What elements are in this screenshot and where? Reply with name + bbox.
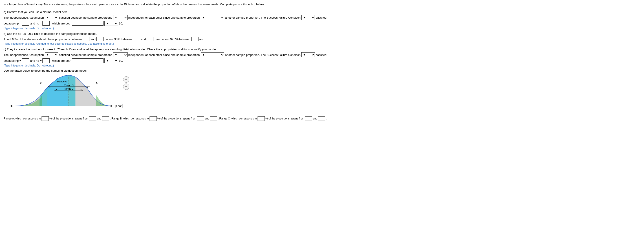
and-nq-label: and nq =	[30, 22, 42, 25]
range-a-low[interactable]	[89, 116, 96, 121]
part-a-line1: The Independence Assumption ▼ is is not …	[4, 15, 640, 20]
graph-area: Range A Range B Range C p-hat ⤢ + −	[6, 74, 132, 114]
independence-satisfied-dropdown[interactable]: ▼ is is not	[45, 15, 58, 20]
range-a-pct[interactable]	[42, 116, 49, 121]
geq-input[interactable]	[72, 21, 104, 26]
range-c-label: Range C	[64, 87, 74, 90]
nq-input[interactable]	[42, 21, 50, 26]
b-and2: and	[141, 38, 146, 41]
c-nq-input[interactable]	[42, 58, 50, 63]
c-because-np-label: because np =	[4, 59, 21, 62]
c-geq-input[interactable]	[72, 58, 104, 63]
b-997-low[interactable]	[191, 37, 198, 41]
part-c-before: The Independence Assumption	[4, 53, 44, 56]
range-b-and: and	[205, 117, 209, 120]
part-a-mid3: another sample proportion. The Success/F…	[225, 16, 301, 19]
c-and-nq-label: and nq =	[30, 59, 42, 62]
range-a-before: Range A, which corresponds to	[4, 117, 41, 120]
b-68-low[interactable]	[83, 37, 90, 41]
b-68-high[interactable]	[96, 37, 104, 41]
c-proportion-affect-dropdown[interactable]: ▼ does not affect affects	[201, 52, 224, 57]
c-which-are-both-label: , which are both	[50, 59, 71, 62]
bell-curve-svg: Range A Range B Range C p-hat ⤢	[6, 74, 122, 112]
part-a-hint: (Type integers or decimals. Do not round…	[4, 27, 640, 30]
bottom-ranges-line: Range A, which corresponds to % of the p…	[4, 116, 640, 121]
b-mid2: , and about 99.7% between	[155, 38, 190, 41]
part-b-label: b) Use the 68–95–99.7 Rule to describe t…	[4, 32, 640, 36]
c-ten-label: 10.	[119, 59, 123, 62]
part-c-label: c) They increase the number of tosses to…	[4, 48, 640, 51]
range-a-and: and	[97, 117, 102, 120]
zoom-controls: + −	[123, 76, 129, 90]
range-a-after: .	[110, 117, 111, 120]
zoom-out-button[interactable]: −	[123, 84, 129, 90]
part-a-end: satisfied	[316, 16, 326, 19]
range-c-and: and	[313, 117, 317, 120]
ten-label: 10.	[119, 22, 123, 25]
range-a-mid1: % of the proportions, spans from	[50, 117, 88, 120]
graph-label: Use the graph below to describe the samp…	[4, 69, 640, 72]
range-a-high[interactable]	[102, 116, 109, 121]
range-c-low[interactable]	[305, 116, 312, 121]
part-a-mid2: independent of each other since one samp…	[128, 16, 200, 19]
c-geq-dropdown[interactable]: ▼ ≥ ≤ > <	[104, 58, 118, 63]
part-b-before: About 68% of the students should have pr…	[4, 38, 82, 41]
range-b-label: Range B	[64, 84, 74, 86]
range-c-after: .	[326, 117, 326, 120]
part-c-mid1: satisfied because the sample proportions	[59, 53, 112, 56]
part-c-line2: because np = and nq = , which are both ▼…	[4, 58, 640, 63]
range-c-mid1: % of the proportions, spans from	[266, 117, 304, 120]
phat-axis-label: p-hat	[116, 104, 122, 108]
part-c-mid3: another sample proportion. The Success/F…	[225, 53, 301, 56]
condition-satisfied-dropdown[interactable]: ▼ is is not	[301, 15, 315, 20]
part-a-line2: because np = and nq = , which are both ▼…	[4, 21, 640, 26]
intro-text: In a large class of introductory Statist…	[4, 3, 640, 8]
b-997-high[interactable]	[205, 37, 212, 41]
part-a-label: a) Confirm that you can use a Normal mod…	[4, 10, 640, 14]
c-independence-satisfied-dropdown[interactable]: ▼ is is not	[45, 52, 58, 57]
b-95-high[interactable]	[147, 37, 154, 41]
range-a-label: Range A	[57, 80, 67, 83]
c-condition-satisfied-dropdown[interactable]: ▼ is is not	[301, 52, 315, 57]
b-mid1: , about 95% between	[104, 38, 132, 41]
proportion-affect-dropdown[interactable]: ▼ does not affect affects	[201, 15, 224, 20]
c-np-input[interactable]	[22, 58, 29, 63]
range-b-mid1: % of the proportions, spans from	[158, 117, 196, 120]
part-c-line1: The Independence Assumption ▼ is is not …	[4, 52, 640, 57]
b-and3: and	[200, 38, 204, 41]
part-a-mid1: satisfied because the sample proportions	[59, 16, 112, 19]
part-c-end: satisfied	[316, 53, 326, 56]
part-c-hint: (Type integers or decimals. Do not round…	[4, 64, 640, 67]
b-end: .	[213, 38, 214, 41]
range-c-before: Range C, which corresponds to	[219, 117, 257, 120]
part-b-line1: About 68% of the students should have pr…	[4, 37, 640, 41]
b-and1: and	[91, 38, 96, 41]
c-proportions-independent-dropdown[interactable]: ▼ are are not	[113, 52, 128, 57]
range-c-pct[interactable]	[258, 116, 265, 121]
which-are-both-label: , which are both	[50, 22, 71, 25]
range-b-after: .	[218, 117, 218, 120]
range-b-low[interactable]	[197, 116, 204, 121]
zoom-in-button[interactable]: +	[123, 76, 129, 83]
part-a-before: The Independence Assumption	[4, 16, 44, 19]
part-b-hint: (Type integers or decimals rounded to fo…	[4, 42, 640, 45]
range-c-high[interactable]	[318, 116, 325, 121]
because-np-label: because np =	[4, 22, 21, 25]
b-95-low[interactable]	[133, 37, 140, 41]
np-input[interactable]	[22, 21, 29, 26]
range-b-pct[interactable]	[150, 116, 157, 121]
part-c-mid2: independent of each other since one samp…	[128, 53, 200, 56]
range-b-before: Range B, which corresponds to	[112, 117, 149, 120]
proportions-independent-dropdown[interactable]: ▼ are are not	[113, 15, 128, 20]
range-b-high[interactable]	[210, 116, 217, 121]
geq-dropdown[interactable]: ▼ ≥ ≤ > <	[104, 21, 118, 26]
